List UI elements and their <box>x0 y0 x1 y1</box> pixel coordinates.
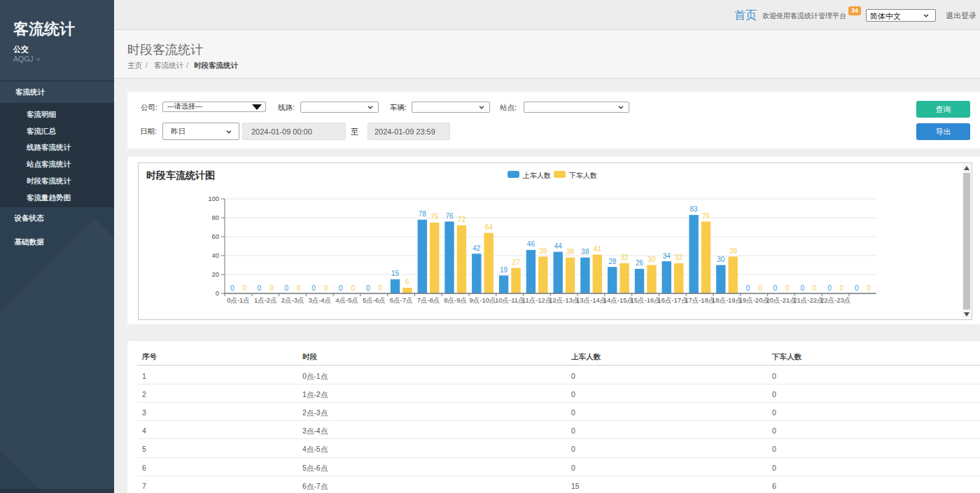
svg-text:6: 6 <box>405 278 410 286</box>
svg-text:0: 0 <box>230 284 234 292</box>
svg-text:76: 76 <box>702 212 710 220</box>
svg-text:0: 0 <box>285 284 289 292</box>
svg-text:27: 27 <box>512 258 520 266</box>
svg-text:14点-15点: 14点-15点 <box>603 296 634 304</box>
svg-text:21点-22点: 21点-22点 <box>793 296 823 304</box>
svg-text:80: 80 <box>211 214 219 221</box>
svg-text:0: 0 <box>813 284 817 292</box>
svg-text:15点-16点: 15点-16点 <box>631 296 661 304</box>
svg-text:0: 0 <box>758 284 762 292</box>
svg-text:0: 0 <box>312 284 316 292</box>
svg-text:30: 30 <box>717 256 725 263</box>
svg-text:76: 76 <box>445 212 454 220</box>
svg-text:20: 20 <box>211 270 219 278</box>
svg-text:13点-14点: 13点-14点 <box>576 296 606 304</box>
svg-text:0: 0 <box>867 284 871 292</box>
svg-text:0: 0 <box>242 284 246 292</box>
svg-text:3点-4点: 3点-4点 <box>308 296 331 304</box>
svg-text:38: 38 <box>581 248 589 256</box>
svg-text:40: 40 <box>211 251 219 259</box>
svg-text:0: 0 <box>840 284 844 292</box>
svg-text:0: 0 <box>378 284 382 292</box>
svg-text:32: 32 <box>675 254 683 261</box>
svg-text:22点-23点: 22点-23点 <box>820 296 850 304</box>
svg-text:17点-18点: 17点-18点 <box>685 296 715 304</box>
svg-text:0: 0 <box>855 284 859 292</box>
svg-text:6点-7点: 6点-7点 <box>390 296 413 304</box>
svg-text:0: 0 <box>339 284 343 292</box>
svg-text:0: 0 <box>258 284 262 292</box>
svg-text:0: 0 <box>800 284 804 292</box>
svg-text:12点-13点: 12点-13点 <box>549 296 579 304</box>
svg-text:10点-11点: 10点-11点 <box>495 296 525 304</box>
svg-text:39: 39 <box>539 247 547 255</box>
svg-text:30: 30 <box>648 256 656 263</box>
svg-text:9点-10点: 9点-10点 <box>469 296 496 304</box>
svg-text:75: 75 <box>430 213 439 221</box>
svg-text:0: 0 <box>324 284 328 292</box>
svg-text:0: 0 <box>351 284 356 292</box>
svg-text:38: 38 <box>566 248 575 256</box>
svg-text:28: 28 <box>608 258 617 265</box>
svg-text:0: 0 <box>297 284 301 292</box>
svg-text:44: 44 <box>554 242 563 250</box>
svg-text:41: 41 <box>594 245 602 253</box>
svg-text:11点-12点: 11点-12点 <box>522 296 552 304</box>
svg-text:19: 19 <box>500 266 508 274</box>
svg-text:19点-20点: 19点-20点 <box>739 296 769 304</box>
svg-text:0: 0 <box>827 284 832 292</box>
svg-text:42: 42 <box>472 244 481 252</box>
svg-text:100: 100 <box>208 195 219 202</box>
svg-text:78: 78 <box>419 210 427 218</box>
svg-text:72: 72 <box>458 216 466 223</box>
svg-text:34: 34 <box>663 252 671 260</box>
svg-text:20点-21点: 20点-21点 <box>766 296 796 304</box>
svg-text:8点-9点: 8点-9点 <box>444 296 467 304</box>
svg-text:64: 64 <box>485 223 493 231</box>
svg-text:60: 60 <box>211 232 219 240</box>
svg-text:2点-3点: 2点-3点 <box>281 296 304 304</box>
svg-text:26: 26 <box>636 259 644 267</box>
svg-text:0: 0 <box>774 284 778 292</box>
svg-text:39: 39 <box>729 247 738 255</box>
svg-text:4点-5点: 4点-5点 <box>335 296 358 304</box>
svg-text:0点-1点: 0点-1点 <box>227 296 250 304</box>
svg-text:0: 0 <box>366 284 370 292</box>
svg-text:0: 0 <box>746 284 750 292</box>
svg-text:0: 0 <box>270 284 274 292</box>
svg-text:1点-2点: 1点-2点 <box>254 296 277 304</box>
svg-text:83: 83 <box>690 205 699 213</box>
svg-text:7点-8点: 7点-8点 <box>417 296 440 304</box>
svg-text:16点-17点: 16点-17点 <box>657 296 687 304</box>
svg-text:0: 0 <box>785 284 790 292</box>
svg-text:32: 32 <box>621 254 629 261</box>
svg-text:5点-6点: 5点-6点 <box>363 296 386 304</box>
svg-text:18点-19点: 18点-19点 <box>712 296 742 304</box>
svg-text:0: 0 <box>216 289 219 297</box>
svg-text:46: 46 <box>527 240 536 248</box>
svg-text:15: 15 <box>391 270 400 277</box>
